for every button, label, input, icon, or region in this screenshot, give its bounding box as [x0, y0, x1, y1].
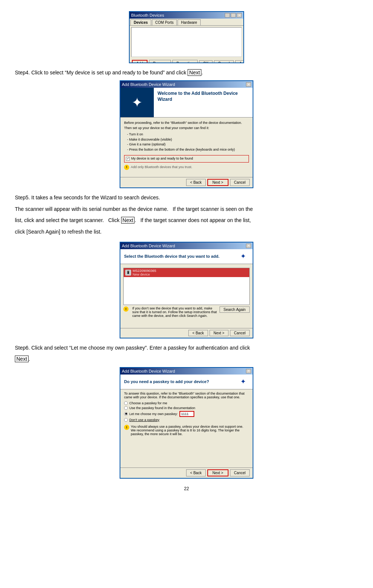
device-list-box: 📱 MS2209090365 New device	[123, 268, 250, 305]
step4-suffix: .	[201, 70, 203, 75]
tab-com-ports[interactable]: COM Ports	[152, 19, 177, 25]
page-content: Bluetooth Devices _ □ ✕ Devices COM Port…	[15, 11, 358, 491]
maximize-btn[interactable]: □	[231, 13, 236, 17]
select-header: Select the Bluetooth device that you wan…	[120, 249, 253, 264]
radio-option-2[interactable]	[124, 412, 128, 416]
wizard-footer: < Back Next > Cancel	[120, 177, 253, 187]
wizard-title: Add Bluetooth Device Wizard	[122, 82, 175, 87]
select-titlebar: Add Bluetooth Device Wizard ✕	[120, 242, 253, 249]
step4-instruction: Step4. Click to select “My device is set…	[15, 68, 358, 77]
wizard-checkbox-row: ✓ My device is set up and ready to be fo…	[124, 155, 249, 163]
passkey-titlebar-buttons: ✕	[246, 369, 251, 373]
add-button[interactable]: Add	[132, 60, 147, 63]
wizard-back-button[interactable]: < Back	[186, 179, 206, 186]
wizard-welcome-screenshot: Add Bluetooth Device Wizard ✕ ✦ Welcome …	[15, 80, 358, 188]
footer-left-buttons: Add Remove Properties	[132, 60, 198, 63]
w-close-btn[interactable]: ✕	[246, 82, 251, 87]
wizard-header-text: Welcome to the Add Bluetooth Device Wiza…	[154, 88, 253, 117]
ok-button[interactable]: OK	[199, 60, 213, 63]
radio-option-1[interactable]	[124, 406, 128, 410]
device-name: MS2209090365	[133, 269, 156, 273]
passkey-titlebar: Add Bluetooth Device Wizard ✕	[120, 368, 253, 375]
search-again-area: ! If you don’t see the device that you w…	[123, 306, 250, 318]
radio-option-3[interactable]	[124, 418, 128, 422]
passkey-cancel-button[interactable]: Cancel	[230, 469, 250, 476]
passkey-title: Add Bluetooth Device Wizard	[122, 369, 175, 373]
select-footer: < Back Next > Cancel	[120, 328, 253, 338]
radio-row-1: Use the passkey found in the documentati…	[124, 406, 249, 410]
device-status: New device	[133, 273, 156, 276]
page-number: 22	[15, 486, 358, 491]
passkey-bt-icon: ✦	[237, 376, 249, 388]
select-device-screenshot: Add Bluetooth Device Wizard ✕ Select the…	[15, 242, 358, 338]
select-next-button[interactable]: Next >	[210, 330, 228, 336]
device-icon: 📱	[125, 270, 131, 276]
passkey-input[interactable]	[179, 411, 194, 417]
search-again-text: If you don’t see the device that you wan…	[132, 306, 217, 318]
wizard-body: Before proceeding, refer to the “Bluetoo…	[120, 118, 253, 173]
tab-hardware[interactable]: Hardware	[178, 19, 200, 25]
radio-option-0[interactable]	[124, 401, 128, 405]
s-close-btn[interactable]: ✕	[246, 244, 251, 248]
passkey-body: To answer this question, refer to the “B…	[120, 389, 253, 438]
wizard-titlebar-buttons: ✕	[246, 82, 251, 87]
radio-label-1: Use the passkey found in the documentati…	[129, 406, 195, 410]
tab-devices[interactable]: Devices	[130, 19, 151, 25]
wizard-info-row: ! Add only Bluetooth devices that you tr…	[124, 165, 249, 170]
wizard-logo: ✦	[120, 88, 154, 117]
wizard-bullet-3: - Give it a name (optional)	[127, 142, 249, 147]
wizard-cancel-button[interactable]: Cancel	[230, 179, 250, 186]
search-info-icon: !	[123, 306, 129, 312]
select-bt-icon: ✦	[237, 250, 249, 262]
bt-devices-dialog: Bluetooth Devices _ □ ✕ Devices COM Port…	[129, 11, 244, 63]
step5-line1: Step5. It takes a few seconds for the Wi…	[15, 193, 358, 202]
step5-line3-part2: . If the target scanner does not appear …	[134, 217, 251, 223]
wizard-intro-text: Before proceeding, refer to the “Bluetoo…	[124, 121, 249, 131]
cancel-button[interactable]: Cancel	[214, 60, 234, 63]
passkey-intro: To answer this question, refer to the “B…	[124, 392, 249, 399]
close-btn[interactable]: ✕	[237, 13, 242, 17]
wizard-info-text: Add only Bluetooth devices that you trus…	[131, 165, 192, 170]
search-again-button[interactable]: Search Again	[220, 306, 250, 313]
select-cancel-button[interactable]: Cancel	[230, 330, 250, 336]
select-back-button[interactable]: < Back	[188, 330, 208, 336]
passkey-header-title: Do you need a passkey to add your device…	[124, 379, 209, 384]
wizard-header: ✦ Welcome to the Add Bluetooth Device Wi…	[120, 88, 253, 118]
step6-line1: Step6. Click and select “Let me choose m…	[15, 344, 358, 352]
minimize-btn[interactable]: _	[225, 13, 230, 17]
select-titlebar-buttons: ✕	[246, 244, 251, 248]
bluetooth-logo-icon: ✦	[132, 95, 143, 110]
info-icon: !	[124, 165, 129, 170]
device-list-item[interactable]: 📱 MS2209090365 New device	[124, 268, 249, 277]
step5-next-box: Next	[121, 217, 135, 224]
wizard-bullet-2: - Make it discoverable (visible)	[127, 137, 249, 142]
passkey-back-button[interactable]: < Back	[186, 469, 206, 476]
step5-line3-part1: list, click and select the target scanne…	[15, 217, 121, 223]
radio-row-2: Let me choose my own passkey:	[124, 411, 249, 417]
step6-next-line: Next.	[15, 355, 358, 363]
passkey-info-text: You should always use a passkey, unless …	[131, 425, 249, 436]
select-header-title: Select the Bluetooth device that you wan…	[124, 254, 220, 258]
step6-next-box: Next	[15, 356, 29, 362]
passkey-next-button[interactable]: Next >	[207, 469, 228, 476]
step5-line4: click [Search Again] to refresh the list…	[15, 228, 358, 236]
wizard-bullet-4: - Press the button on the bottom of the …	[127, 147, 249, 152]
my-device-checkbox[interactable]: ✓	[126, 157, 130, 161]
dialog-footer: Add Remove Properties OK Cancel Apply	[130, 58, 243, 63]
wizard-next-button[interactable]: Next >	[207, 179, 228, 186]
dialog-titlebar: Bluetooth Devices _ □ ✕	[130, 12, 243, 19]
radio-label-0: Choose a passkey for me	[129, 401, 167, 405]
bt-devices-screenshot: Bluetooth Devices _ □ ✕ Devices COM Port…	[15, 11, 358, 63]
passkey-screenshot: Add Bluetooth Device Wizard ✕ Do you nee…	[15, 367, 358, 479]
radio-label-3: Don’t use a passkey	[129, 418, 159, 422]
p-close-btn[interactable]: ✕	[246, 369, 251, 373]
step4-text: Step4. Click to select “My device is set…	[15, 70, 188, 75]
radio-row-3: Don’t use a passkey	[124, 418, 249, 422]
apply-button[interactable]: Apply	[235, 60, 244, 63]
step6-text: Step6. Click and select “Let me choose m…	[15, 345, 250, 351]
select-device-dialog: Add Bluetooth Device Wizard ✕ Select the…	[120, 242, 253, 338]
remove-button[interactable]: Remove	[149, 60, 171, 63]
step4-next-box: Next	[188, 69, 201, 76]
properties-button[interactable]: Properties	[172, 60, 198, 63]
select-title: Add Bluetooth Device Wizard	[122, 244, 175, 248]
